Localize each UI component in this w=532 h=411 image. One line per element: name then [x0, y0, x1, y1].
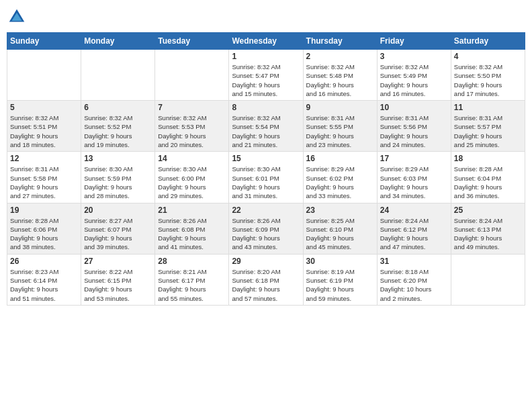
calendar-day-header: Monday [81, 33, 155, 50]
day-number: 21 [158, 205, 226, 215]
day-info: Sunrise: 8:30 AM Sunset: 6:00 PM Dayligh… [158, 165, 226, 200]
day-info: Sunrise: 8:28 AM Sunset: 6:06 PM Dayligh… [10, 216, 78, 252]
calendar-cell: 15Sunrise: 8:30 AM Sunset: 6:01 PM Dayli… [229, 152, 303, 203]
day-number: 4 [454, 52, 522, 61]
day-info: Sunrise: 8:20 AM Sunset: 6:18 PM Dayligh… [232, 267, 300, 303]
day-number: 20 [84, 205, 152, 215]
calendar-cell: 16Sunrise: 8:29 AM Sunset: 6:02 PM Dayli… [303, 152, 377, 203]
calendar-cell: 13Sunrise: 8:30 AM Sunset: 5:59 PM Dayli… [81, 152, 155, 203]
calendar-cell: 4Sunrise: 8:32 AM Sunset: 5:50 PM Daylig… [451, 50, 525, 101]
calendar-cell [7, 50, 81, 101]
day-number: 6 [84, 103, 152, 112]
calendar-cell: 2Sunrise: 8:32 AM Sunset: 5:48 PM Daylig… [303, 50, 377, 101]
day-info: Sunrise: 8:32 AM Sunset: 5:53 PM Dayligh… [158, 113, 226, 149]
calendar-table: SundayMondayTuesdayWednesdayThursdayFrid… [7, 32, 525, 306]
day-number: 5 [10, 103, 78, 112]
calendar-cell: 22Sunrise: 8:26 AM Sunset: 6:09 PM Dayli… [229, 203, 303, 254]
calendar-cell: 14Sunrise: 8:30 AM Sunset: 6:00 PM Dayli… [155, 152, 229, 203]
calendar-header-row: SundayMondayTuesdayWednesdayThursdayFrid… [7, 33, 525, 50]
calendar-cell: 18Sunrise: 8:28 AM Sunset: 6:04 PM Dayli… [451, 152, 525, 203]
calendar-week-row: 1Sunrise: 8:32 AM Sunset: 5:47 PM Daylig… [7, 50, 525, 101]
day-info: Sunrise: 8:19 AM Sunset: 6:19 PM Dayligh… [306, 267, 374, 303]
day-info: Sunrise: 8:31 AM Sunset: 5:56 PM Dayligh… [380, 113, 448, 149]
calendar-cell: 8Sunrise: 8:32 AM Sunset: 5:54 PM Daylig… [229, 101, 303, 152]
logo [7, 7, 30, 27]
day-number: 22 [232, 205, 300, 215]
day-info: Sunrise: 8:26 AM Sunset: 6:08 PM Dayligh… [158, 216, 226, 252]
calendar-cell: 9Sunrise: 8:31 AM Sunset: 5:55 PM Daylig… [303, 101, 377, 152]
calendar-cell: 21Sunrise: 8:26 AM Sunset: 6:08 PM Dayli… [155, 203, 229, 254]
calendar-cell: 24Sunrise: 8:24 AM Sunset: 6:12 PM Dayli… [377, 203, 451, 254]
day-info: Sunrise: 8:18 AM Sunset: 6:20 PM Dayligh… [380, 267, 448, 303]
calendar-week-row: 12Sunrise: 8:31 AM Sunset: 5:58 PM Dayli… [7, 152, 525, 203]
calendar-cell: 7Sunrise: 8:32 AM Sunset: 5:53 PM Daylig… [155, 101, 229, 152]
day-info: Sunrise: 8:25 AM Sunset: 6:10 PM Dayligh… [306, 216, 374, 252]
day-info: Sunrise: 8:31 AM Sunset: 5:58 PM Dayligh… [10, 165, 78, 200]
day-info: Sunrise: 8:28 AM Sunset: 6:04 PM Dayligh… [454, 165, 522, 200]
calendar-cell: 30Sunrise: 8:19 AM Sunset: 6:19 PM Dayli… [303, 254, 377, 305]
day-info: Sunrise: 8:29 AM Sunset: 6:03 PM Dayligh… [380, 165, 448, 200]
day-number: 26 [10, 257, 78, 266]
calendar-cell: 17Sunrise: 8:29 AM Sunset: 6:03 PM Dayli… [377, 152, 451, 203]
calendar-cell: 3Sunrise: 8:32 AM Sunset: 5:49 PM Daylig… [377, 50, 451, 101]
day-info: Sunrise: 8:24 AM Sunset: 6:12 PM Dayligh… [380, 216, 448, 252]
day-number: 23 [306, 205, 374, 215]
day-info: Sunrise: 8:32 AM Sunset: 5:51 PM Dayligh… [10, 113, 78, 149]
day-info: Sunrise: 8:23 AM Sunset: 6:14 PM Dayligh… [10, 267, 78, 303]
calendar-day-header: Saturday [451, 33, 525, 50]
calendar-day-header: Thursday [303, 33, 377, 50]
day-info: Sunrise: 8:22 AM Sunset: 6:15 PM Dayligh… [84, 267, 152, 303]
calendar-cell: 29Sunrise: 8:20 AM Sunset: 6:18 PM Dayli… [229, 254, 303, 305]
day-info: Sunrise: 8:29 AM Sunset: 6:02 PM Dayligh… [306, 165, 374, 200]
calendar-week-row: 5Sunrise: 8:32 AM Sunset: 5:51 PM Daylig… [7, 101, 525, 152]
page: SundayMondayTuesdayWednesdayThursdayFrid… [0, 0, 532, 411]
day-info: Sunrise: 8:32 AM Sunset: 5:50 PM Dayligh… [454, 62, 522, 98]
calendar-cell: 28Sunrise: 8:21 AM Sunset: 6:17 PM Dayli… [155, 254, 229, 305]
day-number: 15 [232, 154, 300, 163]
day-info: Sunrise: 8:32 AM Sunset: 5:48 PM Dayligh… [306, 62, 374, 98]
day-number: 11 [454, 103, 522, 112]
day-number: 18 [454, 154, 522, 163]
calendar-cell: 10Sunrise: 8:31 AM Sunset: 5:56 PM Dayli… [377, 101, 451, 152]
day-info: Sunrise: 8:26 AM Sunset: 6:09 PM Dayligh… [232, 216, 300, 252]
calendar-cell: 6Sunrise: 8:32 AM Sunset: 5:52 PM Daylig… [81, 101, 155, 152]
day-number: 31 [380, 257, 448, 266]
day-info: Sunrise: 8:32 AM Sunset: 5:47 PM Dayligh… [232, 62, 300, 98]
calendar-cell [451, 254, 525, 305]
day-number: 1 [232, 52, 300, 61]
day-info: Sunrise: 8:31 AM Sunset: 5:57 PM Dayligh… [454, 113, 522, 149]
day-info: Sunrise: 8:27 AM Sunset: 6:07 PM Dayligh… [84, 216, 152, 252]
calendar-cell: 20Sunrise: 8:27 AM Sunset: 6:07 PM Dayli… [81, 203, 155, 254]
day-info: Sunrise: 8:30 AM Sunset: 6:01 PM Dayligh… [232, 165, 300, 200]
day-info: Sunrise: 8:30 AM Sunset: 5:59 PM Dayligh… [84, 165, 152, 200]
calendar-cell: 19Sunrise: 8:28 AM Sunset: 6:06 PM Dayli… [7, 203, 81, 254]
calendar-cell [81, 50, 155, 101]
day-number: 14 [158, 154, 226, 163]
day-number: 27 [84, 257, 152, 266]
day-number: 2 [306, 52, 374, 61]
day-number: 30 [306, 257, 374, 266]
logo-icon [7, 7, 27, 27]
header [7, 7, 525, 27]
day-number: 29 [232, 257, 300, 266]
calendar-cell [155, 50, 229, 101]
calendar-cell: 23Sunrise: 8:25 AM Sunset: 6:10 PM Dayli… [303, 203, 377, 254]
calendar-week-row: 26Sunrise: 8:23 AM Sunset: 6:14 PM Dayli… [7, 254, 525, 305]
calendar-week-row: 19Sunrise: 8:28 AM Sunset: 6:06 PM Dayli… [7, 203, 525, 254]
calendar-day-header: Friday [377, 33, 451, 50]
day-number: 19 [10, 205, 78, 215]
calendar-cell: 25Sunrise: 8:24 AM Sunset: 6:13 PM Dayli… [451, 203, 525, 254]
day-info: Sunrise: 8:32 AM Sunset: 5:49 PM Dayligh… [380, 62, 448, 98]
day-number: 17 [380, 154, 448, 163]
day-info: Sunrise: 8:21 AM Sunset: 6:17 PM Dayligh… [158, 267, 226, 303]
day-number: 13 [84, 154, 152, 163]
calendar-day-header: Wednesday [229, 33, 303, 50]
calendar-day-header: Sunday [7, 33, 81, 50]
day-number: 28 [158, 257, 226, 266]
calendar-cell: 5Sunrise: 8:32 AM Sunset: 5:51 PM Daylig… [7, 101, 81, 152]
day-number: 10 [380, 103, 448, 112]
day-number: 3 [380, 52, 448, 61]
calendar-cell: 12Sunrise: 8:31 AM Sunset: 5:58 PM Dayli… [7, 152, 81, 203]
day-number: 12 [10, 154, 78, 163]
day-number: 25 [454, 205, 522, 215]
